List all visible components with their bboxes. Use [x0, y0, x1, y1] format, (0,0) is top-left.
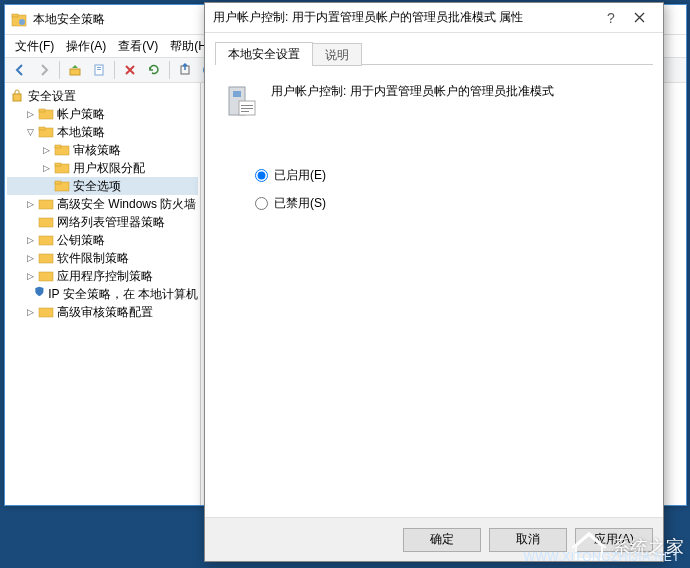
export-button[interactable]: [174, 59, 196, 81]
svg-rect-18: [55, 163, 61, 166]
tree-security-options[interactable]: 安全选项: [7, 177, 198, 195]
dialog-body: 本地安全设置 说明 用户帐户控制: 用于内置管理员帐户的管理员批准模式 已启用(…: [205, 33, 663, 517]
tree-panel[interactable]: 安全设置 ▷ 帐户策略 ▽ 本地策略 ▷ 审核策略 ▷ 用户权限分配: [5, 83, 201, 505]
folder-icon: [38, 214, 54, 230]
svg-rect-12: [39, 109, 45, 112]
svg-rect-10: [13, 94, 21, 101]
tab-explain[interactable]: 说明: [312, 43, 362, 66]
policy-icon: [223, 81, 259, 121]
svg-rect-20: [55, 181, 61, 184]
toolbar-separator: [114, 61, 115, 79]
menu-action[interactable]: 操作(A): [60, 36, 112, 57]
svg-point-2: [19, 19, 25, 25]
expand-icon[interactable]: ▷: [41, 163, 52, 174]
tab-row: 本地安全设置 说明: [215, 41, 653, 65]
expand-icon[interactable]: ▷: [25, 109, 36, 120]
refresh-button[interactable]: [143, 59, 165, 81]
svg-rect-14: [39, 127, 45, 130]
tree-app-control[interactable]: ▷ 应用程序控制策略: [7, 267, 198, 285]
folder-icon: [38, 106, 54, 122]
close-button[interactable]: [623, 6, 655, 30]
tree-public-key[interactable]: ▷ 公钥策略: [7, 231, 198, 249]
main-title: 本地安全策略: [33, 11, 105, 28]
svg-rect-26: [39, 308, 53, 317]
dialog-title: 用户帐户控制: 用于内置管理员帐户的管理员批准模式 属性: [213, 9, 599, 26]
tree-account-policy[interactable]: ▷ 帐户策略: [7, 105, 198, 123]
svg-rect-5: [97, 67, 101, 68]
collapse-icon[interactable]: ▽: [25, 127, 36, 138]
svg-rect-6: [97, 69, 101, 70]
forward-button[interactable]: [33, 59, 55, 81]
folder-icon: [38, 250, 54, 266]
tree-ip-security[interactable]: IP 安全策略，在 本地计算机: [7, 285, 198, 303]
setting-row: 用户帐户控制: 用于内置管理员帐户的管理员批准模式: [223, 81, 645, 121]
setting-label: 用户帐户控制: 用于内置管理员帐户的管理员批准模式: [271, 81, 554, 100]
radio-disabled-input[interactable]: [255, 197, 268, 210]
up-button[interactable]: [64, 59, 86, 81]
tree-user-rights[interactable]: ▷ 用户权限分配: [7, 159, 198, 177]
properties-dialog: 用户帐户控制: 用于内置管理员帐户的管理员批准模式 属性 ? 本地安全设置 说明…: [204, 2, 664, 562]
delete-button[interactable]: [119, 59, 141, 81]
tree-advanced-audit[interactable]: ▷ 高级审核策略配置: [7, 303, 198, 321]
svg-rect-31: [241, 108, 253, 109]
menu-view[interactable]: 查看(V): [112, 36, 164, 57]
tree-software-restriction[interactable]: ▷ 软件限制策略: [7, 249, 198, 267]
expand-icon[interactable]: ▷: [25, 307, 36, 318]
tree-local-policy[interactable]: ▽ 本地策略: [7, 123, 198, 141]
folder-icon: [54, 142, 70, 158]
tree-audit-policy[interactable]: ▷ 审核策略: [7, 141, 198, 159]
svg-rect-3: [70, 69, 80, 75]
expand-icon[interactable]: ▷: [25, 199, 36, 210]
tree-firewall[interactable]: ▷ 高级安全 Windows 防火墙: [7, 195, 198, 213]
folder-icon: [54, 178, 70, 194]
security-icon: [9, 88, 25, 104]
tree-root[interactable]: 安全设置: [7, 87, 198, 105]
app-icon: [11, 12, 27, 28]
blank-icon: [41, 181, 52, 192]
ok-button[interactable]: 确定: [403, 528, 481, 552]
folder-icon: [38, 304, 54, 320]
folder-icon: [38, 268, 54, 284]
properties-button[interactable]: [88, 59, 110, 81]
radio-group: 已启用(E) 已禁用(S): [255, 161, 653, 217]
svg-rect-30: [241, 105, 253, 106]
folder-icon: [38, 124, 54, 140]
expand-icon[interactable]: ▷: [25, 253, 36, 264]
svg-rect-22: [39, 218, 53, 227]
svg-rect-24: [39, 254, 53, 263]
expand-icon[interactable]: ▷: [25, 271, 36, 282]
tab-local-security[interactable]: 本地安全设置: [215, 42, 313, 65]
help-button[interactable]: ?: [599, 10, 623, 26]
folder-icon: [54, 160, 70, 176]
blank-icon: [25, 217, 36, 228]
folder-icon: [38, 196, 54, 212]
cancel-button[interactable]: 取消: [489, 528, 567, 552]
radio-enabled[interactable]: 已启用(E): [255, 161, 653, 189]
svg-rect-28: [233, 91, 241, 97]
radio-disabled-label: 已禁用(S): [274, 195, 326, 212]
toolbar-separator: [59, 61, 60, 79]
menu-file[interactable]: 文件(F): [9, 36, 60, 57]
back-button[interactable]: [9, 59, 31, 81]
radio-enabled-label: 已启用(E): [274, 167, 326, 184]
radio-enabled-input[interactable]: [255, 169, 268, 182]
blank-icon: [25, 289, 32, 300]
svg-rect-32: [241, 111, 249, 112]
expand-icon[interactable]: ▷: [41, 145, 52, 156]
radio-disabled[interactable]: 已禁用(S): [255, 189, 653, 217]
svg-rect-23: [39, 236, 53, 245]
svg-rect-16: [55, 145, 61, 148]
shield-icon: [34, 286, 45, 302]
svg-rect-1: [12, 14, 18, 17]
folder-icon: [38, 232, 54, 248]
toolbar-separator: [169, 61, 170, 79]
expand-icon[interactable]: ▷: [25, 235, 36, 246]
watermark-url: WWW.XITONGZHIJIA.NET: [524, 550, 680, 564]
svg-rect-25: [39, 272, 53, 281]
tree-network-list[interactable]: 网络列表管理器策略: [7, 213, 198, 231]
svg-rect-21: [39, 200, 53, 209]
dialog-title-bar: 用户帐户控制: 用于内置管理员帐户的管理员批准模式 属性 ?: [205, 3, 663, 33]
